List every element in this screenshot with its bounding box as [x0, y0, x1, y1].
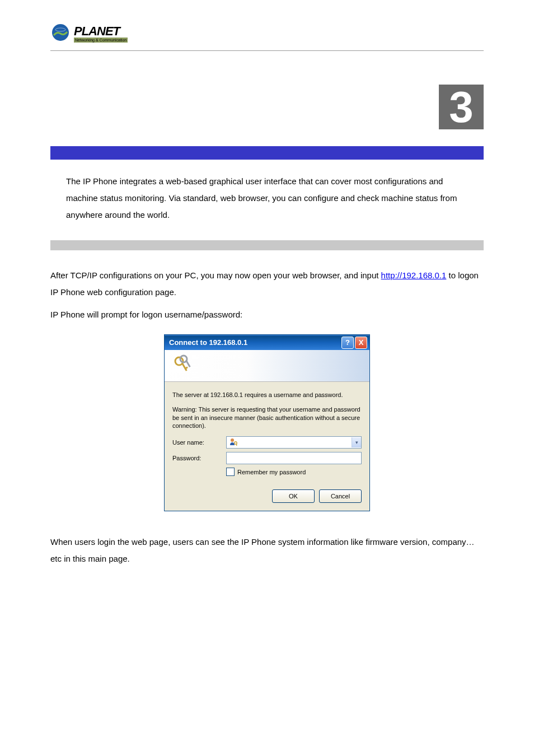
svg-rect-6 — [185, 360, 191, 368]
logo-tagline: Networking & Communication — [74, 38, 128, 43]
intro-paragraph: The IP Phone integrates a web-based grap… — [66, 173, 472, 223]
auth-dialog: Connect to 192.168.0.1 ? X — [164, 334, 370, 511]
config-url-link[interactable]: http://192.168.0.1 — [381, 270, 447, 280]
svg-point-7 — [231, 438, 234, 442]
close-icon: X — [359, 338, 364, 347]
body-paragraph-1: After TCP/IP configurations on your PC, … — [50, 267, 484, 301]
chapter-number-badge: 3 — [439, 85, 484, 129]
password-label: Password: — [172, 455, 226, 461]
svg-rect-9 — [236, 444, 237, 446]
header-divider — [50, 50, 484, 51]
remember-label: Remember my password — [237, 469, 306, 475]
svg-rect-3 — [181, 363, 188, 371]
chevron-down-icon[interactable]: ▾ — [352, 437, 361, 447]
close-button[interactable]: X — [355, 337, 367, 349]
remember-checkbox[interactable] — [226, 468, 235, 476]
username-label: User name: — [172, 439, 226, 446]
password-input[interactable] — [226, 452, 362, 464]
logo-brand: PLANET — [74, 25, 128, 38]
username-input[interactable]: ▾ — [226, 436, 362, 449]
ok-button[interactable]: OK — [272, 489, 315, 503]
footer-paragraph: When users login the web page, users can… — [50, 534, 484, 567]
globe-icon — [50, 22, 71, 45]
dialog-message-2: Warning: This server is requesting that … — [172, 405, 362, 430]
user-icon — [229, 437, 238, 447]
dialog-message-1: The server at 192.168.0.1 requires a use… — [172, 391, 362, 399]
dialog-titlebar: Connect to 192.168.0.1 ? X — [165, 335, 369, 350]
subsection-bar — [50, 240, 484, 250]
keys-icon — [171, 353, 196, 378]
logo: PLANET Networking & Communication — [50, 22, 484, 45]
body-paragraph-2: IP Phone will prompt for logon username/… — [50, 306, 484, 323]
dialog-banner — [165, 350, 369, 382]
body-p1-pre: After TCP/IP configurations on your PC, … — [50, 270, 381, 280]
help-button[interactable]: ? — [341, 337, 354, 349]
section-heading-bar — [50, 146, 484, 160]
dialog-title: Connect to 192.168.0.1 — [169, 338, 247, 347]
cancel-button[interactable]: Cancel — [319, 489, 362, 503]
help-icon: ? — [345, 338, 350, 347]
